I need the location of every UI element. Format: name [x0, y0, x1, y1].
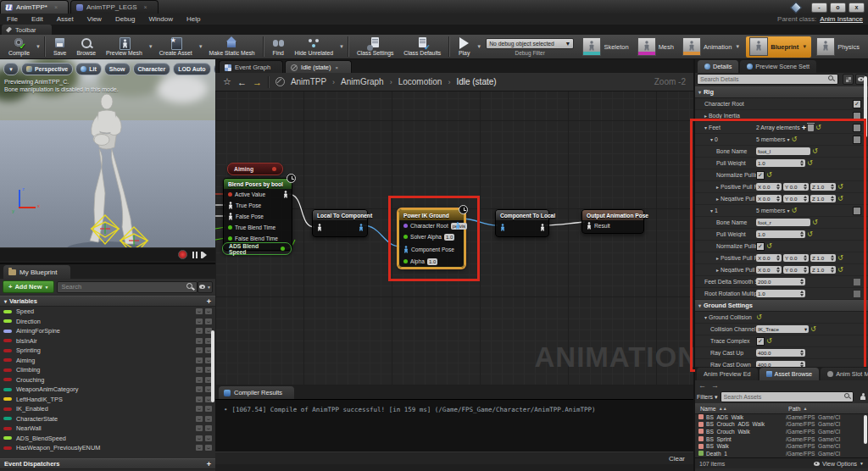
close-tab-icon[interactable]: ×	[144, 4, 147, 10]
pose-output-pin-icon[interactable]	[283, 191, 288, 198]
node-aiming-variable[interactable]: Aiming	[227, 163, 283, 175]
preview-mesh-dropdown-icon[interactable]: ▼	[148, 44, 153, 49]
column-name[interactable]: Name▲▲	[695, 406, 788, 412]
node-power-ik-ground[interactable]: Power IK Ground Character Root pelvis So…	[398, 209, 465, 268]
mode-skeleton-button[interactable]: Skeleton	[579, 36, 632, 58]
float-pin-icon[interactable]	[228, 225, 232, 230]
expand-arrow-icon[interactable]: ▸	[716, 184, 719, 190]
mode-blueprint-button[interactable]: Blueprint ▼	[746, 36, 811, 58]
record-button[interactable]	[178, 250, 187, 259]
menu-item-debug[interactable]: Debug	[108, 15, 142, 23]
vector-component-box[interactable]: Y 0.0	[783, 254, 809, 262]
variable-row[interactable]: LeftHandIK_TPS	[0, 395, 215, 405]
tab-animtpp-legs[interactable]: AnimTPP_LEGS ×	[70, 0, 159, 14]
variables-scrollbar[interactable]	[211, 330, 214, 402]
bool-pin-icon[interactable]	[228, 192, 232, 197]
expand-arrow-icon[interactable]: ▾	[710, 136, 713, 142]
node-ads-blend-speed-variable[interactable]: ADS Blend Speed	[222, 242, 292, 255]
spin-handle-icon[interactable]	[831, 196, 834, 202]
visibility-toggle-icon[interactable]	[196, 308, 203, 314]
reset-to-default-icon[interactable]: ↺	[812, 148, 818, 155]
tab-event-graph[interactable]: Event Graph	[219, 60, 283, 74]
component-pose-input-pin-icon[interactable]	[500, 224, 505, 231]
visibility-toggle-icon[interactable]	[196, 416, 203, 422]
vector-component-box[interactable]: Y 0.0	[783, 266, 809, 274]
details-category-ground-settings[interactable]: ▾Ground Settings	[695, 300, 868, 312]
pause-button[interactable]	[192, 252, 198, 258]
details-scrollbar[interactable]	[864, 76, 867, 137]
compile-dropdown-icon[interactable]: ▼	[36, 44, 41, 49]
value-spinbox[interactable]: 400.0	[756, 349, 805, 357]
variable-row[interactable]: Crouching	[0, 375, 215, 385]
reset-to-default-icon[interactable]: ↺	[812, 219, 818, 226]
asset-list-scrollbar[interactable]	[864, 415, 867, 444]
forward-arrow-icon[interactable]: →	[253, 77, 262, 87]
anim-slot-manager-tab[interactable]: Anim Slot Ma	[821, 368, 868, 380]
value-spinbox[interactable]: 1.0	[756, 290, 805, 297]
visibility-toggle-icon[interactable]	[205, 416, 212, 422]
spin-handle-icon[interactable]	[800, 160, 804, 166]
float-pin-icon[interactable]	[403, 235, 408, 239]
reset-to-default-icon[interactable]: ↺	[810, 326, 816, 333]
breadcrumb-locomotion[interactable]: Locomotion	[398, 77, 442, 86]
float-pin-icon[interactable]	[228, 236, 232, 241]
expand-arrow-icon[interactable]: ▾	[710, 208, 713, 213]
filters-button[interactable]: Filters ▾	[697, 394, 718, 401]
spin-handle-icon[interactable]	[804, 255, 807, 261]
preview-viewport[interactable]: zxy ▼ Perspective Lit Show Character LOD…	[0, 59, 215, 261]
variable-row[interactable]: CharacterState	[0, 414, 215, 424]
checkbox[interactable]	[853, 124, 861, 132]
breadcrumb-animgraph[interactable]: AnimGraph	[341, 77, 384, 86]
reset-to-default-icon[interactable]: ↺	[756, 314, 762, 321]
checkbox[interactable]: ✓	[853, 100, 861, 108]
view-options-button[interactable]: View Options▼	[814, 461, 864, 467]
visibility-toggle-icon[interactable]	[205, 406, 212, 412]
vector-component-box[interactable]: X 0.0	[756, 183, 782, 191]
variable-row[interactable]: bIsInAir	[0, 336, 215, 346]
element-options-icon[interactable]: ▾	[787, 136, 789, 142]
visibility-toggle-icon[interactable]	[205, 445, 212, 451]
step-forward-button[interactable]	[203, 252, 207, 258]
checkbox[interactable]	[853, 136, 861, 144]
mode-animation-button[interactable]: Animation ▼	[679, 36, 744, 58]
pose-pin-icon[interactable]	[228, 202, 233, 209]
details-search-input[interactable]	[697, 74, 838, 85]
alpha-value[interactable]: 1.0	[427, 258, 437, 265]
visibility-toggle-icon[interactable]	[196, 386, 203, 392]
column-path[interactable]: Path▲	[788, 406, 868, 412]
visibility-toggle-icon[interactable]	[196, 357, 203, 363]
spin-handle-icon[interactable]	[804, 267, 807, 273]
debug-object-select[interactable]: No debug object selected▼	[486, 38, 574, 49]
asset-row[interactable]: Death_1/Game/FPS_Game/Cl	[695, 450, 868, 457]
reset-to-default-icon[interactable]: ↺	[837, 184, 843, 191]
chevron-down-icon[interactable]: ▼	[802, 44, 807, 49]
variable-row[interactable]: ADS_BlendSpeed	[0, 434, 215, 444]
expand-arrow-icon[interactable]: ▸	[716, 196, 719, 202]
vector-component-box[interactable]: Y 0.0	[783, 183, 809, 191]
component-pose-input-pin-icon[interactable]	[403, 246, 409, 253]
spin-handle-icon[interactable]	[800, 231, 804, 237]
play-button[interactable]: Play	[453, 35, 476, 58]
value-spinbox[interactable]: foot_l	[756, 147, 810, 155]
reset-to-default-icon[interactable]: ↺	[766, 338, 772, 345]
event-dispatchers-header[interactable]: Event Dispatchers +	[0, 458, 215, 469]
find-button[interactable]: Find	[267, 35, 290, 58]
node-output-animation-pose[interactable]: Output Animation Pose Result	[581, 209, 644, 234]
visibility-toggle-icon[interactable]	[196, 367, 203, 373]
solver-alpha-value[interactable]: 1.0	[444, 234, 454, 241]
spin-handle-icon[interactable]	[804, 196, 807, 202]
checkbox[interactable]	[853, 207, 861, 215]
asset-row[interactable]: BS_Crouch_Walk/Game/FPS_Game/Cl	[695, 428, 868, 435]
menu-item-edit[interactable]: Edit	[25, 15, 50, 23]
reset-to-default-icon[interactable]: ↺	[837, 255, 843, 262]
menu-item-help[interactable]: Help	[180, 15, 207, 23]
class-settings-button[interactable]: Class Settings	[352, 35, 398, 58]
reset-to-default-icon[interactable]: ↺	[815, 125, 821, 131]
graph-canvas[interactable]: ANIMATION Aiming Blend Poses by b	[215, 91, 693, 385]
breadcrumb-animtpp[interactable]: AnimTPP	[291, 77, 326, 86]
toolbar-tab[interactable]: Toolbar	[2, 25, 52, 35]
lit-button[interactable]: Lit	[75, 63, 102, 75]
visibility-toggle-icon[interactable]	[196, 406, 203, 412]
checkbox[interactable]: ✓	[756, 171, 765, 180]
blueprint-search-input[interactable]	[57, 281, 198, 293]
